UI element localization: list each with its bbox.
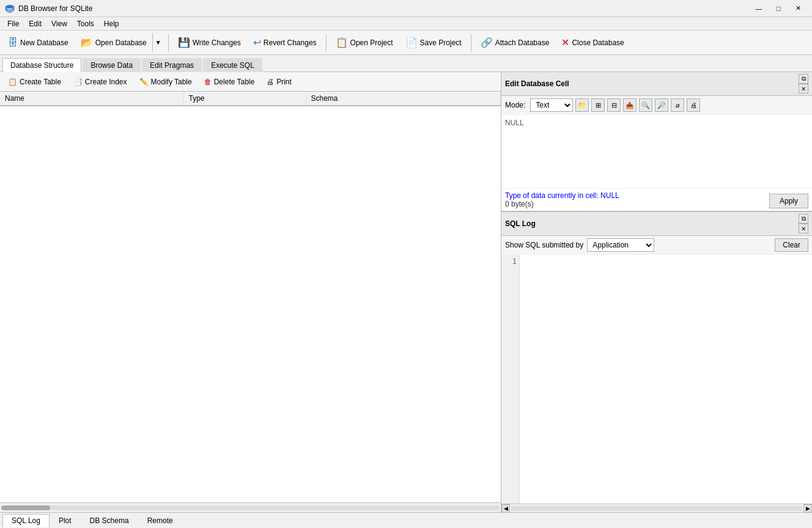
edit-cell-panel: Edit Database Cell ⧉ ✕ Mode: Text Binary… (501, 72, 812, 211)
cell-tool-import[interactable]: 📁 (575, 98, 589, 112)
sql-text-area[interactable] (520, 255, 812, 504)
bottom-tab-plot[interactable]: Plot (50, 514, 81, 527)
edit-cell-footer: Type of data currently in cell: NULL 0 b… (501, 188, 812, 211)
print-icon: 🖨 (267, 78, 274, 86)
menu-file[interactable]: File (2, 18, 24, 29)
left-scrollbar-thumb[interactable] (1, 505, 50, 510)
create-index-button[interactable]: 📑 Create Index (68, 74, 133, 90)
main-toolbar: 🗄 New Database 📂 Open Database ▼ 💾 Write… (0, 31, 812, 55)
sql-log-title: SQL Log (505, 219, 536, 228)
sql-log-controls: ⧉ ✕ (799, 214, 808, 233)
new-database-label: New Database (20, 38, 68, 47)
close-database-button[interactable]: ✕ Close Database (556, 33, 629, 53)
save-project-label: Save Project (420, 38, 462, 47)
modify-table-icon: ✏️ (139, 78, 149, 86)
mode-label: Mode: (505, 101, 525, 109)
mode-select[interactable]: Text Binary Null (530, 98, 573, 112)
apply-button[interactable]: Apply (769, 194, 808, 208)
column-name: Name (0, 92, 183, 106)
column-type: Type (183, 92, 306, 106)
sql-log-close-button[interactable]: ✕ (799, 224, 808, 233)
app-title: DB Browser for SQLite (18, 4, 750, 13)
delete-table-icon: 🗑 (204, 78, 212, 86)
open-database-button[interactable]: 📂 Open Database (75, 33, 152, 53)
edit-cell-header: Edit Database Cell ⧉ ✕ (501, 72, 812, 96)
sub-toolbar: 📋 Create Table 📑 Create Index ✏️ Modify … (0, 72, 501, 92)
left-scrollbar-track (1, 505, 500, 510)
create-index-icon: 📑 (73, 78, 83, 86)
submitted-by-select[interactable]: Application User (587, 238, 654, 252)
menu-help[interactable]: Help (99, 18, 124, 29)
revert-changes-button[interactable]: ↩ Revert Changes (248, 33, 322, 53)
sql-log-scrollbar-track (511, 506, 802, 511)
cell-tool-null[interactable]: ⌀ (671, 98, 684, 112)
open-project-button[interactable]: 📋 Open Project (330, 33, 399, 53)
left-scrollbar[interactable] (0, 502, 501, 512)
left-panel: 📋 Create Table 📑 Create Index ✏️ Modify … (0, 72, 501, 512)
bottom-tab-sql-log[interactable]: SQL Log (2, 514, 50, 527)
bottom-tab-remote[interactable]: Remote (138, 514, 182, 527)
cell-type-info: Type of data currently in cell: NULL 0 b… (505, 191, 619, 208)
scroll-right-arrow[interactable]: ▶ (803, 504, 812, 513)
window-controls: — □ ✕ (750, 2, 807, 15)
edit-cell-controls: ⧉ ✕ (799, 74, 808, 94)
attach-database-icon: 🔗 (481, 37, 493, 48)
tab-database-structure[interactable]: Database Structure (2, 58, 81, 72)
modify-table-button[interactable]: ✏️ Modify Table (134, 74, 197, 90)
open-database-dropdown[interactable]: ▼ (152, 33, 164, 53)
menu-tools[interactable]: Tools (72, 18, 99, 29)
tab-execute-sql[interactable]: Execute SQL (203, 58, 262, 72)
minimize-button[interactable]: — (750, 2, 768, 15)
maximize-button[interactable]: □ (769, 2, 788, 15)
create-table-button[interactable]: 📋 Create Table (2, 74, 67, 90)
menu-edit[interactable]: Edit (24, 18, 46, 29)
sql-log-panel: SQL Log ⧉ ✕ Show SQL submitted by Applic… (501, 211, 812, 512)
attach-database-button[interactable]: 🔗 Attach Database (475, 33, 555, 53)
separator-2 (326, 34, 327, 51)
app-icon (5, 4, 15, 13)
sql-log-content: 1 (501, 255, 812, 504)
cell-tool-img-out[interactable]: 🔎 (655, 98, 668, 112)
separator-1 (168, 34, 169, 51)
cell-tool-paste[interactable]: ⊟ (607, 98, 621, 112)
scroll-left-arrow[interactable]: ◀ (501, 504, 510, 513)
main-tab-bar: Database Structure Browse Data Edit Prag… (0, 55, 812, 72)
revert-changes-label: Revert Changes (264, 38, 317, 47)
open-database-icon: 📂 (81, 37, 93, 48)
menu-view[interactable]: View (46, 18, 72, 29)
tab-browse-data[interactable]: Browse Data (83, 58, 141, 72)
cell-tool-copy[interactable]: ⊞ (591, 98, 605, 112)
structure-table: Name Type Schema (0, 92, 501, 106)
clear-button[interactable]: Clear (775, 238, 808, 252)
write-changes-button[interactable]: 💾 Write Changes (172, 33, 246, 53)
sql-log-scrollbar[interactable]: ◀ ▶ (501, 504, 812, 512)
edit-cell-float-button[interactable]: ⧉ (799, 74, 808, 84)
print-button[interactable]: 🖨 Print (261, 74, 297, 90)
delete-table-button[interactable]: 🗑 Delete Table (199, 74, 260, 90)
cell-byte-info: 0 byte(s) (505, 200, 619, 208)
edit-cell-close-button[interactable]: ✕ (799, 84, 808, 94)
cell-tool-img-in[interactable]: 🔍 (639, 98, 652, 112)
revert-changes-icon: ↩ (253, 37, 261, 48)
new-database-button[interactable]: 🗄 New Database (2, 33, 74, 53)
main-area: 📋 Create Table 📑 Create Index ✏️ Modify … (0, 72, 812, 512)
sql-log-float-button[interactable]: ⧉ (799, 214, 808, 224)
cell-tool-print[interactable]: 🖨 (687, 98, 700, 112)
attach-database-label: Attach Database (495, 38, 550, 47)
tab-edit-pragmas[interactable]: Edit Pragmas (142, 58, 202, 72)
create-table-icon: 📋 (8, 78, 17, 86)
column-schema: Schema (306, 92, 501, 106)
close-database-icon: ✕ (561, 37, 569, 48)
edit-cell-toolbar: Mode: Text Binary Null 📁 ⊞ ⊟ 📤 🔍 🔎 ⌀ 🖨 (501, 96, 812, 115)
write-changes-icon: 💾 (178, 37, 190, 48)
show-sql-label: Show SQL submitted by (505, 241, 583, 249)
bottom-tab-db-schema[interactable]: DB Schema (81, 514, 138, 527)
edit-cell-title: Edit Database Cell (505, 79, 569, 88)
sql-line-numbers: 1 (501, 255, 520, 504)
edit-cell-content: NULL (501, 115, 812, 188)
right-panel: Edit Database Cell ⧉ ✕ Mode: Text Binary… (501, 72, 812, 512)
line-number-1: 1 (504, 257, 517, 266)
cell-tool-export[interactable]: 📤 (623, 98, 637, 112)
save-project-button[interactable]: 📄 Save Project (400, 33, 467, 53)
close-button[interactable]: ✕ (789, 2, 807, 15)
